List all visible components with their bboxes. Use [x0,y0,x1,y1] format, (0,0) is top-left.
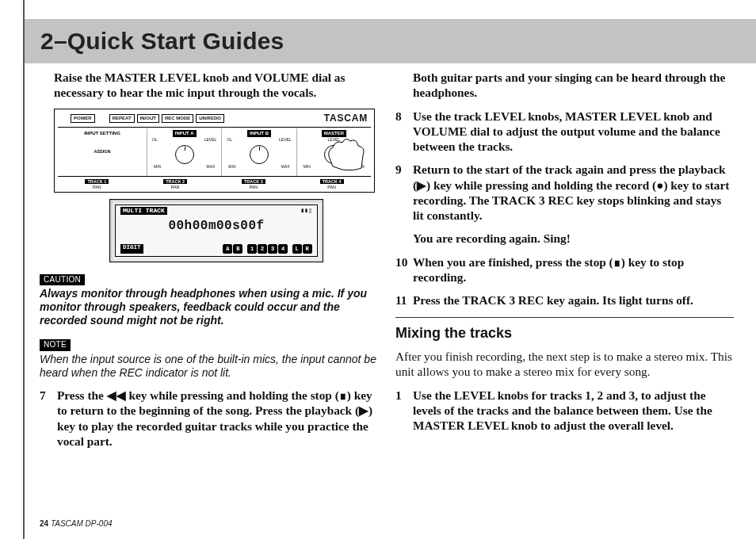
step-7: 7 Press the ◀◀ key while pressing and ho… [40,388,378,449]
lcd-time: 00h00m00s00f [116,218,317,234]
note-badge: NOTE [40,339,71,351]
inout-button-label: IN/OUT [137,114,159,123]
step-text: Use the LEVEL knobs for tracks 1, 2 and … [413,388,734,434]
step-7-continuation: Both guitar parts and your singing can b… [395,70,734,101]
step-text: Press the TRACK 3 REC key again. Its lig… [413,292,734,308]
content-area: Raise the MASTER LEVEL knob and VOLUME d… [40,70,734,512]
unredo-button-label: UN/REDO [196,114,224,123]
note-text: When the input source is one of the buil… [40,353,378,380]
diagram-button-row: POWER REPEAT IN/OUT REC MODE UN/REDO TAS… [71,114,368,124]
step-9: 9 Return to the start of the track again… [395,162,734,246]
diagram-track-row: TRACK 1PAN TRACK 2PAN TRACK 3PAN TRACK 4… [58,178,371,191]
battery-icon: ▮▮▯ [301,207,312,215]
caution-text: Always monitor through headphones when u… [40,287,378,327]
step-8: 8 Use the track LEVEL knobs, MASTER LEVE… [395,109,734,155]
step-text: Use the track LEVEL knobs, MASTER LEVEL … [413,109,734,155]
page-number: 24 [40,519,48,528]
diagram-divider [58,127,371,128]
lcd-track-indicators: AB 1234 LR [223,244,312,254]
lcd-mode: MULTI TRACK [120,207,167,215]
hand-icon [322,135,369,173]
chapter-title: 2–Quick Start Guides [40,28,284,55]
step-number: 1 [395,388,413,434]
intro-paragraph: Raise the MASTER LEVEL knob and VOLUME d… [40,70,378,101]
step-text: Return to the start of the track again a… [413,162,734,246]
mix-step-1: 1 Use the LEVEL knobs for tracks 1, 2 an… [395,388,734,434]
page-footer: 24 TASCAM DP-004 [40,519,113,528]
knob-icon [175,145,194,164]
left-column: Raise the MASTER LEVEL knob and VOLUME d… [40,70,378,512]
assign-label: ASSIGN [91,148,113,155]
repeat-button-label: REPEAT [109,114,135,123]
diagram-divider [58,176,371,177]
page-margin-rule [23,0,25,539]
footer-model: TASCAM DP-004 [51,519,113,528]
step-text: When you are finished, press the stop (∎… [413,254,734,285]
caution-badge: CAUTION [40,274,85,286]
brand-logo: TASCAM [324,113,368,124]
section-divider [395,317,734,318]
mixing-intro: After you finish recording, the next ste… [395,349,734,380]
step-number: 9 [395,162,413,246]
right-column: Both guitar parts and your singing can b… [395,70,734,512]
step-number: 10 [395,254,413,285]
step-number: 8 [395,109,413,155]
input-b-label: INPUT B [247,130,271,138]
chapter-header: 2–Quick Start Guides [25,19,756,63]
lcd-digit-label: DIGIT [120,244,143,254]
power-button-label: POWER [71,114,95,123]
step-11: 11 Press the TRACK 3 REC key again. Its … [395,292,734,308]
input-a-label: INPUT A [173,130,197,138]
lcd-display: MULTI TRACK ▮▮▯ 00h00m00s00f DIGIT AB 12… [109,199,323,262]
step-number: 11 [395,292,413,308]
knob-icon [250,145,269,164]
section-heading: Mixing the tracks [395,324,734,342]
input-setting-label: INPUT SETTING [82,130,123,138]
recmode-button-label: REC MODE [162,114,193,123]
step-text: Press the ◀◀ key while pressing and hold… [57,388,378,449]
step-number: 7 [40,388,57,449]
device-diagram: POWER REPEAT IN/OUT REC MODE UN/REDO TAS… [54,109,375,193]
step-10: 10 When you are finished, press the stop… [395,254,734,285]
